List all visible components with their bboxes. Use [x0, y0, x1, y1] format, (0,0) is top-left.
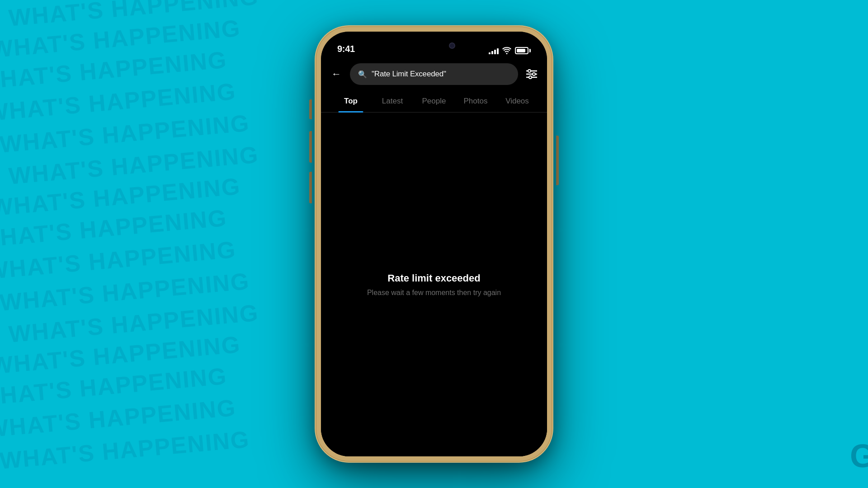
phone-device: 9:41	[316, 27, 552, 461]
svg-point-3	[528, 70, 531, 72]
search-icon: 🔍	[358, 70, 367, 79]
tab-active-indicator	[338, 111, 363, 113]
wifi-icon	[502, 47, 511, 54]
search-bar[interactable]: 🔍 "Rate Limit Exceeded"	[350, 63, 518, 85]
back-arrow-icon: ←	[331, 68, 341, 80]
dynamic-island	[405, 37, 463, 54]
phone-screen: 9:41	[321, 32, 547, 456]
tab-top-label: Top	[344, 97, 358, 105]
tab-photos-label: Photos	[464, 97, 488, 105]
svg-point-5	[529, 76, 532, 79]
error-area: Rate limit exceeded Please wait a few mo…	[321, 113, 547, 456]
front-camera	[449, 42, 455, 49]
power-button[interactable]	[556, 136, 559, 185]
signal-bar-2	[491, 51, 493, 54]
tab-latest[interactable]: Latest	[372, 90, 413, 112]
status-time: 9:41	[337, 44, 355, 54]
volume-down-button[interactable]	[309, 172, 312, 203]
tab-photos[interactable]: Photos	[455, 90, 496, 112]
mute-button[interactable]	[309, 99, 312, 119]
error-subtitle: Please wait a few moments then try again	[367, 289, 501, 297]
volume-up-button[interactable]	[309, 131, 312, 163]
filter-button[interactable]	[524, 66, 540, 82]
back-button[interactable]: ←	[328, 66, 344, 82]
screen-content: ← 🔍 "Rate Limit Exceeded"	[321, 58, 547, 456]
status-bar: 9:41	[321, 32, 547, 58]
tab-people[interactable]: People	[413, 90, 455, 112]
tab-people-label: People	[422, 97, 446, 105]
status-icons	[489, 47, 531, 54]
signal-bar-1	[489, 52, 491, 54]
tab-videos[interactable]: Videos	[496, 90, 538, 112]
search-area: ← 🔍 "Rate Limit Exceeded"	[321, 58, 547, 90]
svg-point-4	[533, 73, 535, 75]
search-query: "Rate Limit Exceeded"	[372, 70, 446, 79]
tab-latest-label: Latest	[382, 97, 403, 105]
tab-top[interactable]: Top	[330, 90, 372, 112]
tabs-row: Top Latest People Photos Videos	[321, 90, 547, 113]
tab-videos-label: Videos	[505, 97, 529, 105]
signal-bar-3	[494, 50, 496, 54]
signal-bar-4	[497, 48, 499, 54]
battery-icon	[515, 47, 531, 54]
error-title: Rate limit exceeded	[387, 272, 480, 284]
signal-icon	[489, 47, 499, 54]
